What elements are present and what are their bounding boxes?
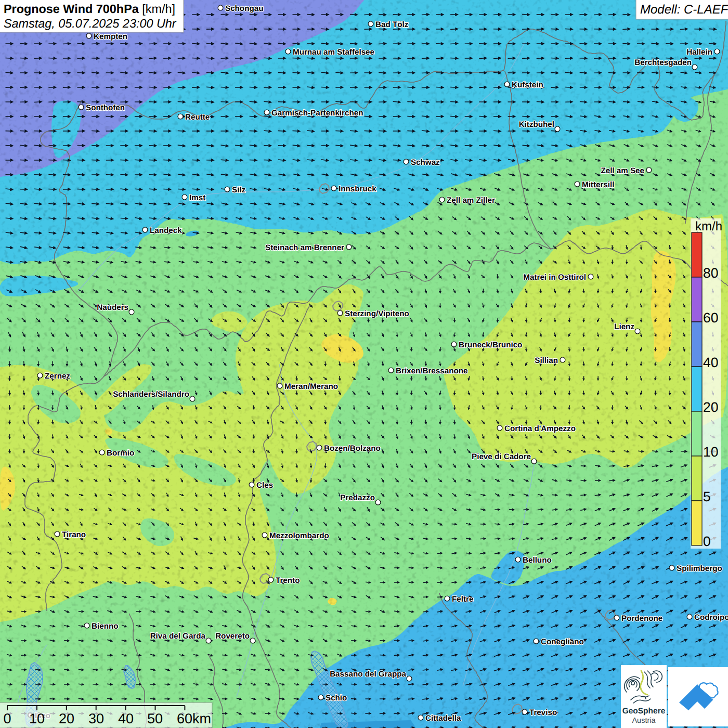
svg-text:Lienz: Lienz [614,322,634,331]
svg-text:Zell am Ziller: Zell am Ziller [447,196,495,205]
svg-text:Brixen/Bressanone: Brixen/Bressanone [396,367,467,375]
svg-text:Kempten: Kempten [94,32,127,41]
svg-text:40: 40 [118,711,134,726]
svg-text:Murnau am Staffelsee: Murnau am Staffelsee [293,48,374,57]
svg-text:Bruneck/Brunico: Bruneck/Brunico [459,341,522,349]
svg-text:Schlanders/Silandro: Schlanders/Silandro [113,390,189,399]
svg-text:Reutte: Reutte [185,113,210,122]
svg-text:Matrei in Osttirol: Matrei in Osttirol [523,273,586,282]
svg-text:Rovereto: Rovereto [215,632,250,641]
svg-text:Bienno: Bienno [92,622,118,631]
svg-text:Austria: Austria [632,717,656,725]
svg-text:Mittersill: Mittersill [582,180,614,189]
svg-text:40: 40 [703,355,718,370]
svg-text:Prognose Wind 700hPa [km/h]: Prognose Wind 700hPa [km/h] [4,2,175,16]
svg-text:Berchtesgaden: Berchtesgaden [634,58,692,67]
svg-text:Codroipo: Codroipo [694,613,728,622]
svg-text:Zell am See: Zell am See [601,166,644,175]
svg-text:Conegliano: Conegliano [541,638,584,646]
svg-text:Steinach am Brenner: Steinach am Brenner [265,243,344,252]
svg-text:5: 5 [703,489,711,504]
svg-text:Pordenone: Pordenone [621,614,662,623]
svg-text:Innsbruck: Innsbruck [339,185,376,193]
svg-text:Tirano: Tirano [62,530,86,539]
svg-text:60km: 60km [177,711,211,726]
svg-text:Riva del Garda: Riva del Garda [150,632,206,641]
svg-text:Schongau: Schongau [225,4,263,13]
svg-text:Spilimbergo: Spilimbergo [677,564,722,573]
svg-text:Cortina d'Ampezzo: Cortina d'Ampezzo [504,424,576,433]
svg-text:50: 50 [147,711,163,726]
svg-text:Treviso: Treviso [529,708,557,717]
svg-text:Cles: Cles [256,481,273,490]
svg-text:80: 80 [703,265,718,281]
svg-text:Trento: Trento [276,576,300,585]
svg-text:Cittadella: Cittadella [425,714,461,723]
svg-text:0: 0 [703,534,711,549]
svg-text:Bormio: Bormio [107,449,134,458]
svg-text:Zernez: Zernez [45,372,70,381]
svg-text:Nauders: Nauders [97,303,128,312]
svg-text:Modell: C-LAEF: Modell: C-LAEF [640,3,728,17]
svg-text:Kufstein: Kufstein [512,81,543,89]
svg-text:Bassano del Grappa: Bassano del Grappa [330,670,406,679]
svg-text:Schwaz: Schwaz [411,158,440,167]
svg-text:Landeck: Landeck [150,226,182,235]
svg-text:20: 20 [703,399,718,415]
svg-text:Belluno: Belluno [523,556,552,565]
svg-text:km/h: km/h [695,219,722,233]
svg-text:GeoSphere: GeoSphere [622,707,666,716]
svg-text:30: 30 [88,711,104,726]
svg-text:Predazzo: Predazzo [340,493,375,502]
svg-text:Sillian: Sillian [535,356,558,365]
svg-text:Hallein: Hallein [686,48,712,57]
svg-text:20: 20 [59,711,74,726]
svg-text:Mezzolombardo: Mezzolombardo [269,531,329,540]
svg-text:0: 0 [3,711,11,726]
svg-text:Schio: Schio [326,694,347,703]
svg-text:Samstag, 05.07.2025 23:00 Uhr: Samstag, 05.07.2025 23:00 Uhr [4,17,177,30]
svg-text:Pieve di Cadore: Pieve di Cadore [472,452,531,461]
svg-text:Bozen/Bolzano: Bozen/Bolzano [324,444,381,453]
svg-text:Meran/Merano: Meran/Merano [284,382,338,391]
svg-text:Silz: Silz [232,186,246,194]
svg-text:Imst: Imst [189,193,205,202]
svg-text:10: 10 [703,444,718,460]
svg-text:60: 60 [703,310,718,326]
svg-text:Sonthofen: Sonthofen [86,103,125,112]
svg-text:Feltre: Feltre [452,595,473,604]
svg-text:Sterzing/Vipiteno: Sterzing/Vipiteno [345,309,409,318]
svg-text:Garmisch-Partenkirchen: Garmisch-Partenkirchen [271,109,363,118]
svg-text:Kitzbühel: Kitzbühel [519,120,554,129]
svg-text:10: 10 [29,711,45,726]
svg-text:Bad Tölz: Bad Tölz [375,20,409,29]
